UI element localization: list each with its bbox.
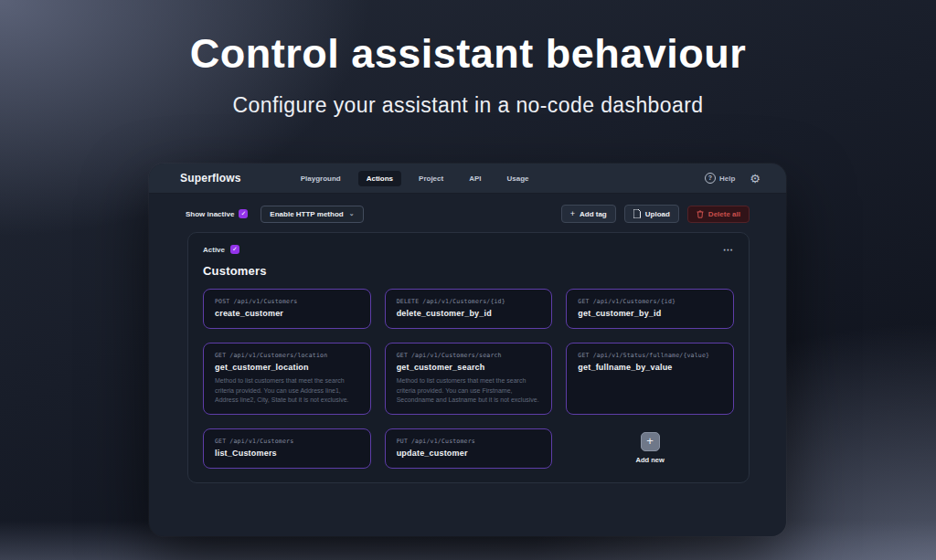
- http-method: GET: [578, 352, 589, 359]
- http-method: GET: [397, 352, 408, 359]
- page-subtitle: Configure your assistant in a no-code da…: [0, 93, 936, 118]
- endpoint: DELETE/api/v1/Customers/{id}: [397, 298, 541, 305]
- section-title: Customers: [203, 264, 734, 278]
- gear-icon[interactable]: ⚙: [750, 173, 760, 185]
- trash-icon: [697, 210, 704, 218]
- endpoint-path: /api/v1/Customers: [233, 298, 297, 305]
- action-name: create_customer: [215, 309, 359, 318]
- endpoint-path: /api/v1/Status/fullname/{value}: [593, 352, 710, 359]
- tab-playground[interactable]: Playground: [292, 171, 349, 186]
- endpoint: GET/api/v1/Status/fullname/{value}: [578, 352, 722, 359]
- help-label: Help: [719, 174, 735, 183]
- action-card-create-customer[interactable]: POST/api/v1/Customers create_customer: [203, 289, 371, 329]
- show-inactive-toggle[interactable]: Show inactive ✓: [186, 209, 248, 218]
- brand-logo: Superflows: [180, 172, 241, 185]
- overflow-menu-icon[interactable]: ⋯: [723, 247, 734, 252]
- action-name: get_customer_location: [215, 363, 359, 372]
- toolbar-right: + Add tag Upload Delete all: [561, 205, 750, 223]
- endpoint-path: /api/v1/Customers/{id}: [593, 298, 676, 305]
- tab-project[interactable]: Project: [410, 171, 452, 186]
- endpoint-path: /api/v1/Customers/location: [229, 352, 327, 359]
- chevron-down-icon: ⌄: [349, 210, 355, 217]
- action-name: get_fullname_by_value: [578, 363, 722, 372]
- help-icon: ?: [705, 173, 716, 184]
- action-name: list_Customers: [215, 449, 359, 458]
- http-method: GET: [215, 438, 226, 445]
- upload-label: Upload: [645, 210, 670, 218]
- action-name: get_customer_by_id: [578, 309, 722, 318]
- http-method: DELETE: [397, 298, 420, 305]
- navbar-right: ? Help ⚙: [705, 173, 760, 185]
- nav-tabs: Playground Actions Project API Usage: [292, 171, 537, 186]
- endpoint-path: /api/v1/Customers/search: [411, 352, 502, 359]
- http-method-label: Enable HTTP method: [270, 210, 343, 218]
- action-card-get-customer-location[interactable]: GET/api/v1/Customers/location get_custom…: [203, 343, 371, 415]
- show-inactive-checkbox[interactable]: ✓: [239, 209, 248, 218]
- http-method: POST: [215, 298, 229, 305]
- http-method: GET: [215, 352, 226, 359]
- action-card-list-customers[interactable]: GET/api/v1/Customers list_Customers: [203, 428, 371, 469]
- endpoint-path: /api/v1/Customers/{id}: [422, 298, 505, 305]
- hero-section: Control assistant behaviour Configure yo…: [0, 27, 936, 118]
- active-label: Active: [203, 246, 225, 254]
- endpoint: GET/api/v1/Customers: [215, 438, 359, 445]
- action-name: delete_customer_by_id: [397, 309, 541, 318]
- actions-toolbar: Show inactive ✓ Enable HTTP method ⌄ + A…: [186, 205, 750, 223]
- upload-button[interactable]: Upload: [624, 205, 679, 223]
- action-group-panel: Active ✓ ⋯ Customers POST/api/v1/Custome…: [187, 232, 750, 483]
- add-new-label: Add new: [636, 456, 665, 464]
- actions-grid: POST/api/v1/Customers create_customer DE…: [203, 289, 734, 469]
- endpoint: GET/api/v1/Customers/{id}: [578, 298, 722, 305]
- delete-all-label: Delete all: [708, 210, 740, 218]
- delete-all-button[interactable]: Delete all: [687, 206, 750, 223]
- add-tag-button[interactable]: + Add tag: [561, 205, 616, 223]
- dashboard-window: Superflows Playground Actions Project AP…: [149, 164, 786, 536]
- action-description: Method to list customers that meet the s…: [397, 376, 541, 406]
- endpoint: PUT/api/v1/Customers: [397, 438, 541, 445]
- http-method: PUT: [397, 438, 408, 445]
- action-name: update_customer: [397, 449, 541, 458]
- http-method: GET: [578, 298, 589, 305]
- action-name: get_customer_search: [397, 363, 541, 372]
- action-card-get-fullname-by-value[interactable]: GET/api/v1/Status/fullname/{value} get_f…: [566, 343, 734, 415]
- action-card-get-customer-by-id[interactable]: GET/api/v1/Customers/{id} get_customer_b…: [566, 289, 734, 329]
- endpoint: GET/api/v1/Customers/search: [397, 352, 541, 359]
- plus-icon: +: [570, 209, 575, 218]
- active-checkbox[interactable]: ✓: [230, 245, 239, 254]
- show-inactive-label: Show inactive: [186, 210, 234, 218]
- http-method-dropdown[interactable]: Enable HTTP method ⌄: [261, 206, 363, 223]
- endpoint: GET/api/v1/Customers/location: [215, 352, 359, 359]
- tab-api[interactable]: API: [461, 171, 489, 186]
- tab-usage[interactable]: Usage: [499, 171, 537, 186]
- endpoint-path: /api/v1/Customers: [411, 438, 475, 445]
- add-new-button[interactable]: +: [641, 432, 660, 451]
- file-icon: [633, 209, 641, 218]
- page-title: Control assistant behaviour: [0, 27, 936, 80]
- panel-header: Active ✓ ⋯: [203, 245, 734, 254]
- help-button[interactable]: ? Help: [705, 173, 735, 184]
- action-description: Method to list customers that meet the s…: [215, 376, 359, 406]
- add-tag-label: Add tag: [580, 210, 607, 218]
- endpoint: POST/api/v1/Customers: [215, 298, 359, 305]
- tab-actions[interactable]: Actions: [358, 171, 401, 186]
- add-new-cell: + Add new: [566, 428, 734, 469]
- endpoint-path: /api/v1/Customers: [229, 438, 293, 445]
- action-card-delete-customer-by-id[interactable]: DELETE/api/v1/Customers/{id} delete_cust…: [385, 289, 553, 329]
- action-card-update-customer[interactable]: PUT/api/v1/Customers update_customer: [385, 428, 553, 469]
- top-navbar: Superflows Playground Actions Project AP…: [149, 164, 786, 194]
- action-card-get-customer-search[interactable]: GET/api/v1/Customers/search get_customer…: [385, 343, 553, 415]
